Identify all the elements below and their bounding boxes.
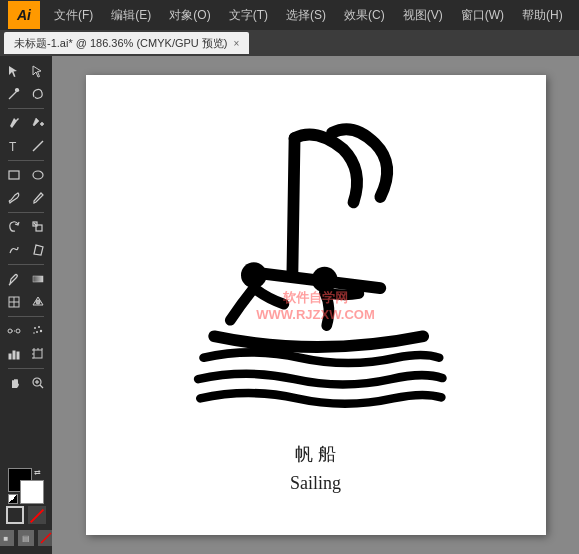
svg-marker-0 xyxy=(9,66,17,77)
color-section: ⇄ ■ ▤ xyxy=(0,464,58,550)
line-tool[interactable] xyxy=(27,135,49,157)
svg-marker-14 xyxy=(34,245,43,255)
view-mode-icons: ■ ▤ xyxy=(0,530,54,546)
app-logo: Ai xyxy=(8,1,40,29)
scale-tool[interactable] xyxy=(27,216,49,238)
canvas-content: 帆 船 Sailing xyxy=(166,112,466,498)
swap-colors-icon[interactable]: ⇄ xyxy=(34,468,44,478)
symbol-sprayer-tool[interactable] xyxy=(27,320,49,342)
color-mode-icon[interactable]: ■ xyxy=(0,530,14,546)
toolbar-divider-6 xyxy=(8,368,44,369)
toolbar: T xyxy=(0,56,52,554)
gradient-tool[interactable] xyxy=(27,268,49,290)
menu-view[interactable]: 视图(V) xyxy=(395,5,451,26)
zoom-tool[interactable] xyxy=(27,372,49,394)
tool-row-brush xyxy=(0,187,52,209)
caption-area: 帆 船 Sailing xyxy=(290,440,341,498)
menu-bar: 文件(F) 编辑(E) 对象(O) 文字(T) 选择(S) 效果(C) 视图(V… xyxy=(46,5,571,26)
background-color[interactable] xyxy=(20,480,44,504)
svg-point-25 xyxy=(38,326,40,328)
pencil-tool[interactable] xyxy=(27,187,49,209)
menu-text[interactable]: 文字(T) xyxy=(221,5,276,26)
svg-line-40 xyxy=(40,385,43,388)
svg-line-2 xyxy=(9,91,17,99)
svg-rect-9 xyxy=(9,171,19,179)
menu-select[interactable]: 选择(S) xyxy=(278,5,334,26)
ellipse-tool[interactable] xyxy=(27,164,49,186)
main-area: T xyxy=(0,56,579,554)
tool-row-magic xyxy=(0,83,52,105)
free-distort-tool[interactable] xyxy=(27,239,49,261)
tool-row-blend xyxy=(0,320,52,342)
toolbar-divider-1 xyxy=(8,108,44,109)
column-graph-tool[interactable] xyxy=(3,343,25,365)
caption-chinese: 帆 船 xyxy=(290,440,341,469)
caption-english: Sailing xyxy=(290,469,341,498)
selection-tool[interactable] xyxy=(3,60,25,82)
tool-row-hand xyxy=(0,372,52,394)
svg-point-20 xyxy=(36,300,40,304)
live-paint-tool[interactable] xyxy=(27,291,49,313)
rotate-tool[interactable] xyxy=(3,216,25,238)
pen-tool[interactable] xyxy=(3,112,25,134)
type-tool[interactable]: T xyxy=(3,135,25,157)
svg-rect-32 xyxy=(34,350,42,358)
svg-line-13 xyxy=(34,223,36,225)
gradient-mode-icon[interactable]: ▤ xyxy=(18,530,34,546)
sailing-icon xyxy=(166,112,466,432)
svg-rect-16 xyxy=(33,276,43,282)
canvas-area: 软件自学网 WWW.RJZXW.COM xyxy=(52,56,579,554)
tool-row-shape1 xyxy=(0,164,52,186)
menu-effect[interactable]: 效果(C) xyxy=(336,5,393,26)
stroke-indicator[interactable] xyxy=(6,506,24,524)
canvas-document: 软件自学网 WWW.RJZXW.COM xyxy=(86,75,546,535)
menu-edit[interactable]: 编辑(E) xyxy=(103,5,159,26)
warp-tool[interactable] xyxy=(3,239,25,261)
svg-marker-1 xyxy=(33,66,41,77)
svg-point-10 xyxy=(33,171,43,179)
svg-rect-30 xyxy=(13,351,15,359)
tab-close-button[interactable]: × xyxy=(234,38,240,49)
lasso-tool[interactable] xyxy=(27,83,49,105)
add-anchor-tool[interactable] xyxy=(27,112,49,134)
menu-window[interactable]: 窗口(W) xyxy=(453,5,512,26)
svg-point-21 xyxy=(8,329,12,333)
rect-tool[interactable] xyxy=(3,164,25,186)
magic-wand-tool[interactable] xyxy=(3,83,25,105)
svg-rect-31 xyxy=(17,352,19,359)
menu-object[interactable]: 对象(O) xyxy=(161,5,218,26)
svg-rect-29 xyxy=(9,354,11,359)
tool-row-warp xyxy=(0,239,52,261)
title-bar: Ai 文件(F) 编辑(E) 对象(O) 文字(T) 选择(S) 效果(C) 视… xyxy=(0,0,579,30)
tool-row-select xyxy=(0,60,52,82)
svg-point-27 xyxy=(40,330,42,332)
svg-point-24 xyxy=(34,327,36,329)
direct-select-tool[interactable] xyxy=(27,60,49,82)
blend-tool[interactable] xyxy=(3,320,25,342)
stroke-none-row xyxy=(6,506,46,524)
svg-line-43 xyxy=(41,533,51,543)
svg-line-44 xyxy=(292,138,294,272)
eyedropper-tool[interactable] xyxy=(3,268,25,290)
tab-bar: 未标题-1.ai* @ 186.36% (CMYK/GPU 预览) × xyxy=(0,30,579,56)
toolbar-divider-2 xyxy=(8,160,44,161)
menu-help[interactable]: 帮助(H) xyxy=(514,5,571,26)
artboard-tool[interactable] xyxy=(27,343,49,365)
tool-row-pen xyxy=(0,112,52,134)
svg-line-8 xyxy=(33,141,43,151)
svg-text:T: T xyxy=(9,140,17,153)
mesh-tool[interactable] xyxy=(3,291,25,313)
toolbar-divider-5 xyxy=(8,316,44,317)
tool-row-rotate xyxy=(0,216,52,238)
color-reset[interactable] xyxy=(8,494,18,504)
color-boxes: ⇄ xyxy=(8,468,44,504)
svg-point-28 xyxy=(33,332,35,334)
menu-file[interactable]: 文件(F) xyxy=(46,5,101,26)
paintbrush-tool[interactable] xyxy=(3,187,25,209)
document-tab[interactable]: 未标题-1.ai* @ 186.36% (CMYK/GPU 预览) × xyxy=(4,32,249,54)
svg-point-26 xyxy=(36,331,38,333)
none-indicator[interactable] xyxy=(28,506,46,524)
tool-row-mesh xyxy=(0,291,52,313)
hand-tool[interactable] xyxy=(3,372,25,394)
tab-label: 未标题-1.ai* @ 186.36% (CMYK/GPU 预览) xyxy=(14,36,228,51)
